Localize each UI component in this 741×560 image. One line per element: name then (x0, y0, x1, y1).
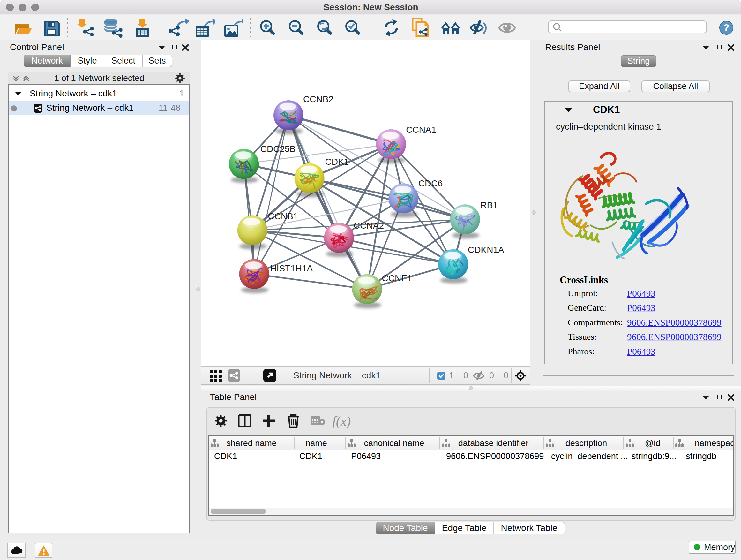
svg-text:CCNB2: CCNB2 (303, 94, 333, 104)
svg-text:CDKN1A: CDKN1A (468, 245, 504, 255)
svg-text:CDK1: CDK1 (325, 157, 349, 167)
svg-text:CDC25B: CDC25B (260, 144, 295, 154)
svg-text:RB1: RB1 (481, 200, 498, 210)
svg-text:CCNE1: CCNE1 (382, 273, 412, 283)
svg-text:CCNA2: CCNA2 (354, 221, 384, 231)
svg-text:?: ? (724, 22, 729, 33)
svg-text:CDC6: CDC6 (418, 179, 443, 188)
svg-text:HIST1H1A: HIST1H1A (270, 263, 313, 273)
svg-text:CCNB1: CCNB1 (268, 211, 298, 221)
svg-text:CCNA1: CCNA1 (406, 125, 436, 135)
